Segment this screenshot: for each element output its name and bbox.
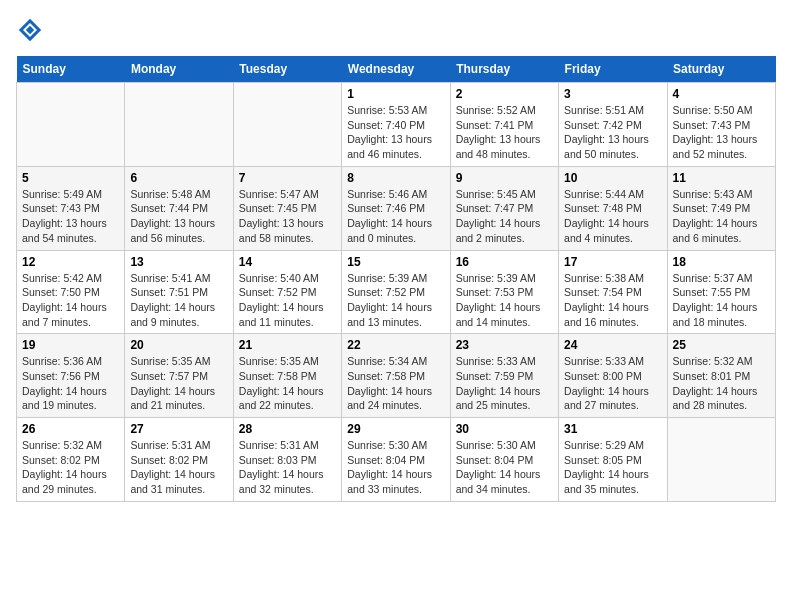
weekday-header-row: SundayMondayTuesdayWednesdayThursdayFrid…	[17, 56, 776, 83]
calendar-cell: 4Sunrise: 5:50 AM Sunset: 7:43 PM Daylig…	[667, 83, 775, 167]
day-number: 24	[564, 338, 661, 352]
page-header	[16, 16, 776, 44]
day-info: Sunrise: 5:35 AM Sunset: 7:57 PM Dayligh…	[130, 354, 227, 413]
weekday-header: Sunday	[17, 56, 125, 83]
day-info: Sunrise: 5:42 AM Sunset: 7:50 PM Dayligh…	[22, 271, 119, 330]
calendar-cell: 31Sunrise: 5:29 AM Sunset: 8:05 PM Dayli…	[559, 418, 667, 502]
day-info: Sunrise: 5:52 AM Sunset: 7:41 PM Dayligh…	[456, 103, 553, 162]
day-info: Sunrise: 5:51 AM Sunset: 7:42 PM Dayligh…	[564, 103, 661, 162]
day-info: Sunrise: 5:36 AM Sunset: 7:56 PM Dayligh…	[22, 354, 119, 413]
calendar-cell: 27Sunrise: 5:31 AM Sunset: 8:02 PM Dayli…	[125, 418, 233, 502]
calendar-cell: 23Sunrise: 5:33 AM Sunset: 7:59 PM Dayli…	[450, 334, 558, 418]
day-number: 22	[347, 338, 444, 352]
calendar-cell: 10Sunrise: 5:44 AM Sunset: 7:48 PM Dayli…	[559, 166, 667, 250]
day-number: 4	[673, 87, 770, 101]
day-info: Sunrise: 5:30 AM Sunset: 8:04 PM Dayligh…	[456, 438, 553, 497]
calendar-cell: 28Sunrise: 5:31 AM Sunset: 8:03 PM Dayli…	[233, 418, 341, 502]
day-number: 12	[22, 255, 119, 269]
day-number: 9	[456, 171, 553, 185]
day-number: 14	[239, 255, 336, 269]
weekday-header: Monday	[125, 56, 233, 83]
weekday-header: Tuesday	[233, 56, 341, 83]
weekday-header: Saturday	[667, 56, 775, 83]
day-info: Sunrise: 5:46 AM Sunset: 7:46 PM Dayligh…	[347, 187, 444, 246]
day-info: Sunrise: 5:33 AM Sunset: 8:00 PM Dayligh…	[564, 354, 661, 413]
day-info: Sunrise: 5:40 AM Sunset: 7:52 PM Dayligh…	[239, 271, 336, 330]
calendar-cell: 24Sunrise: 5:33 AM Sunset: 8:00 PM Dayli…	[559, 334, 667, 418]
day-info: Sunrise: 5:44 AM Sunset: 7:48 PM Dayligh…	[564, 187, 661, 246]
day-info: Sunrise: 5:39 AM Sunset: 7:52 PM Dayligh…	[347, 271, 444, 330]
calendar-cell: 22Sunrise: 5:34 AM Sunset: 7:58 PM Dayli…	[342, 334, 450, 418]
day-number: 18	[673, 255, 770, 269]
day-info: Sunrise: 5:32 AM Sunset: 8:01 PM Dayligh…	[673, 354, 770, 413]
calendar-week-row: 26Sunrise: 5:32 AM Sunset: 8:02 PM Dayli…	[17, 418, 776, 502]
day-number: 28	[239, 422, 336, 436]
day-number: 19	[22, 338, 119, 352]
day-number: 15	[347, 255, 444, 269]
day-number: 20	[130, 338, 227, 352]
calendar-cell: 19Sunrise: 5:36 AM Sunset: 7:56 PM Dayli…	[17, 334, 125, 418]
day-number: 25	[673, 338, 770, 352]
calendar-cell: 20Sunrise: 5:35 AM Sunset: 7:57 PM Dayli…	[125, 334, 233, 418]
day-number: 17	[564, 255, 661, 269]
day-number: 23	[456, 338, 553, 352]
logo	[16, 16, 48, 44]
weekday-header: Thursday	[450, 56, 558, 83]
calendar-cell: 3Sunrise: 5:51 AM Sunset: 7:42 PM Daylig…	[559, 83, 667, 167]
calendar-week-row: 12Sunrise: 5:42 AM Sunset: 7:50 PM Dayli…	[17, 250, 776, 334]
day-number: 31	[564, 422, 661, 436]
calendar-cell: 7Sunrise: 5:47 AM Sunset: 7:45 PM Daylig…	[233, 166, 341, 250]
day-info: Sunrise: 5:53 AM Sunset: 7:40 PM Dayligh…	[347, 103, 444, 162]
calendar-cell: 25Sunrise: 5:32 AM Sunset: 8:01 PM Dayli…	[667, 334, 775, 418]
day-number: 5	[22, 171, 119, 185]
calendar-week-row: 5Sunrise: 5:49 AM Sunset: 7:43 PM Daylig…	[17, 166, 776, 250]
calendar-cell: 8Sunrise: 5:46 AM Sunset: 7:46 PM Daylig…	[342, 166, 450, 250]
day-number: 7	[239, 171, 336, 185]
calendar-cell	[667, 418, 775, 502]
day-number: 13	[130, 255, 227, 269]
calendar-cell: 21Sunrise: 5:35 AM Sunset: 7:58 PM Dayli…	[233, 334, 341, 418]
day-info: Sunrise: 5:30 AM Sunset: 8:04 PM Dayligh…	[347, 438, 444, 497]
day-info: Sunrise: 5:33 AM Sunset: 7:59 PM Dayligh…	[456, 354, 553, 413]
day-info: Sunrise: 5:38 AM Sunset: 7:54 PM Dayligh…	[564, 271, 661, 330]
calendar-cell: 6Sunrise: 5:48 AM Sunset: 7:44 PM Daylig…	[125, 166, 233, 250]
day-info: Sunrise: 5:49 AM Sunset: 7:43 PM Dayligh…	[22, 187, 119, 246]
day-info: Sunrise: 5:50 AM Sunset: 7:43 PM Dayligh…	[673, 103, 770, 162]
day-info: Sunrise: 5:31 AM Sunset: 8:03 PM Dayligh…	[239, 438, 336, 497]
calendar-cell: 30Sunrise: 5:30 AM Sunset: 8:04 PM Dayli…	[450, 418, 558, 502]
calendar-cell: 13Sunrise: 5:41 AM Sunset: 7:51 PM Dayli…	[125, 250, 233, 334]
calendar-cell: 29Sunrise: 5:30 AM Sunset: 8:04 PM Dayli…	[342, 418, 450, 502]
day-info: Sunrise: 5:35 AM Sunset: 7:58 PM Dayligh…	[239, 354, 336, 413]
calendar-cell: 17Sunrise: 5:38 AM Sunset: 7:54 PM Dayli…	[559, 250, 667, 334]
day-number: 16	[456, 255, 553, 269]
day-number: 29	[347, 422, 444, 436]
day-info: Sunrise: 5:31 AM Sunset: 8:02 PM Dayligh…	[130, 438, 227, 497]
calendar: SundayMondayTuesdayWednesdayThursdayFrid…	[16, 56, 776, 502]
weekday-header: Wednesday	[342, 56, 450, 83]
calendar-cell: 2Sunrise: 5:52 AM Sunset: 7:41 PM Daylig…	[450, 83, 558, 167]
day-info: Sunrise: 5:34 AM Sunset: 7:58 PM Dayligh…	[347, 354, 444, 413]
calendar-week-row: 19Sunrise: 5:36 AM Sunset: 7:56 PM Dayli…	[17, 334, 776, 418]
calendar-cell	[17, 83, 125, 167]
day-info: Sunrise: 5:45 AM Sunset: 7:47 PM Dayligh…	[456, 187, 553, 246]
calendar-cell: 5Sunrise: 5:49 AM Sunset: 7:43 PM Daylig…	[17, 166, 125, 250]
day-info: Sunrise: 5:43 AM Sunset: 7:49 PM Dayligh…	[673, 187, 770, 246]
calendar-cell: 15Sunrise: 5:39 AM Sunset: 7:52 PM Dayli…	[342, 250, 450, 334]
day-number: 27	[130, 422, 227, 436]
day-number: 8	[347, 171, 444, 185]
calendar-cell: 12Sunrise: 5:42 AM Sunset: 7:50 PM Dayli…	[17, 250, 125, 334]
day-info: Sunrise: 5:41 AM Sunset: 7:51 PM Dayligh…	[130, 271, 227, 330]
day-number: 3	[564, 87, 661, 101]
logo-icon	[16, 16, 44, 44]
day-number: 1	[347, 87, 444, 101]
day-number: 30	[456, 422, 553, 436]
day-number: 2	[456, 87, 553, 101]
day-number: 10	[564, 171, 661, 185]
calendar-cell	[125, 83, 233, 167]
calendar-cell: 26Sunrise: 5:32 AM Sunset: 8:02 PM Dayli…	[17, 418, 125, 502]
calendar-cell: 9Sunrise: 5:45 AM Sunset: 7:47 PM Daylig…	[450, 166, 558, 250]
day-info: Sunrise: 5:48 AM Sunset: 7:44 PM Dayligh…	[130, 187, 227, 246]
day-number: 21	[239, 338, 336, 352]
calendar-cell: 16Sunrise: 5:39 AM Sunset: 7:53 PM Dayli…	[450, 250, 558, 334]
calendar-cell: 14Sunrise: 5:40 AM Sunset: 7:52 PM Dayli…	[233, 250, 341, 334]
